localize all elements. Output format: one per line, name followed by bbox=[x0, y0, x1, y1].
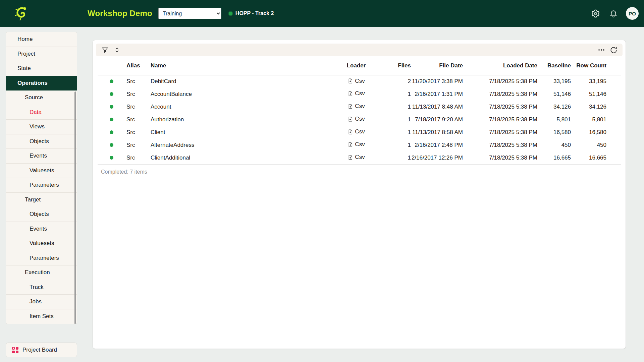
csv-file-icon bbox=[347, 142, 353, 147]
column-header-loader[interactable]: Loader bbox=[328, 56, 385, 75]
sidebar-item-label: State bbox=[17, 65, 31, 72]
row-count-cell: 16,665 bbox=[571, 152, 606, 164]
table-row[interactable]: SrcDebitCardCsv211/20/2017 3:38 PM7/18/2… bbox=[98, 75, 621, 88]
csv-file-icon bbox=[347, 78, 353, 84]
sidebar-item-views[interactable]: Views bbox=[6, 120, 77, 134]
sidebar-item-target[interactable]: Target bbox=[6, 193, 77, 207]
notifications-bell-icon[interactable] bbox=[608, 8, 619, 19]
table-row[interactable]: SrcClientAdditionalCsv12/16/2017 12:26 P… bbox=[98, 152, 621, 164]
sidebar-item-execution[interactable]: Execution bbox=[6, 265, 77, 280]
alias-cell: Src bbox=[120, 113, 151, 126]
sidebar-item-track[interactable]: Track bbox=[6, 280, 77, 295]
row-status-cell bbox=[98, 113, 120, 126]
sidebar-item-state[interactable]: State bbox=[6, 61, 77, 76]
file-date-cell: 2/16/2017 1:31 PM bbox=[411, 88, 463, 101]
csv-file-icon bbox=[347, 104, 353, 109]
file-date-cell: 11/13/2017 8:48 AM bbox=[411, 101, 463, 113]
connection-status: HOPP - Track 2 bbox=[229, 10, 274, 16]
sidebar-item-parameters[interactable]: Parameters bbox=[6, 251, 77, 266]
column-header-file-date[interactable]: File Date bbox=[411, 56, 463, 75]
loader-label: Csv bbox=[355, 141, 365, 148]
project-board-grid-icon bbox=[12, 347, 18, 353]
sidebar-item-item-sets[interactable]: Item Sets bbox=[6, 309, 77, 324]
header-actions: PO bbox=[590, 7, 639, 20]
table-row[interactable]: SrcAlternateAddressCsv12/16/2017 2:48 PM… bbox=[98, 139, 621, 152]
files-cell: 1 bbox=[385, 152, 411, 164]
status-dot-green bbox=[110, 118, 113, 121]
sidebar-item-operations[interactable]: Operations bbox=[6, 76, 77, 91]
files-cell: 1 bbox=[385, 101, 411, 113]
column-header-alias[interactable]: Alias bbox=[120, 56, 151, 75]
sidebar-item-valuesets[interactable]: Valuesets bbox=[6, 164, 77, 178]
user-avatar[interactable]: PO bbox=[626, 7, 639, 20]
filter-icon[interactable] bbox=[100, 45, 110, 55]
sidebar-item-label: Source bbox=[25, 94, 43, 101]
environment-select[interactable]: Training bbox=[158, 8, 221, 19]
table-row[interactable]: SrcClientCsv111/13/2017 8:58 AM7/18/2025… bbox=[98, 126, 621, 139]
sidebar-item-project[interactable]: Project bbox=[6, 47, 77, 62]
baseline-cell: 33,195 bbox=[537, 75, 571, 88]
status-dot-green bbox=[110, 130, 113, 134]
files-cell: 1 bbox=[385, 139, 411, 152]
project-board-button[interactable]: Project Board bbox=[6, 343, 77, 357]
status-dot-green bbox=[110, 105, 113, 109]
sidebar-item-jobs[interactable]: Jobs bbox=[6, 295, 77, 309]
alias-cell: Src bbox=[120, 126, 151, 139]
refresh-icon[interactable] bbox=[608, 45, 619, 55]
name-cell: Client bbox=[151, 126, 328, 139]
sidebar-item-home[interactable]: Home bbox=[6, 32, 77, 47]
file-date-cell: 2/16/2017 2:48 PM bbox=[411, 139, 463, 152]
loaded-date-cell: 7/18/2025 5:38 PM bbox=[463, 113, 537, 126]
column-header-status bbox=[98, 56, 120, 75]
settings-gear-icon[interactable] bbox=[590, 8, 601, 19]
sidebar-item-label: Valuesets bbox=[30, 240, 54, 247]
sidebar-item-label: Operations bbox=[17, 80, 48, 86]
more-options-icon[interactable] bbox=[596, 45, 606, 55]
column-header-loaded-date[interactable]: Loaded Date bbox=[463, 56, 537, 75]
column-header-files[interactable]: Files bbox=[385, 56, 411, 75]
files-cell: 1 bbox=[385, 113, 411, 126]
table-row[interactable]: SrcAccountBalanceCsv12/16/2017 1:31 PM7/… bbox=[98, 88, 621, 101]
loader-label: Csv bbox=[355, 90, 365, 97]
table-row[interactable]: SrcAuthorizationCsv17/18/2017 9:20 AM7/1… bbox=[98, 113, 621, 126]
column-header-name[interactable]: Name bbox=[151, 56, 328, 75]
sidebar-item-label: Home bbox=[17, 36, 33, 43]
alias-cell: Src bbox=[120, 152, 151, 164]
sidebar-item-events[interactable]: Events bbox=[6, 222, 77, 237]
sidebar-item-source[interactable]: Source bbox=[6, 90, 77, 105]
sidebar-item-label: Parameters bbox=[30, 182, 59, 188]
sidebar-scrollbar[interactable] bbox=[74, 92, 76, 324]
column-header-baseline[interactable]: Baseline bbox=[537, 56, 571, 75]
status-dot-green bbox=[110, 92, 113, 96]
loaded-date-cell: 7/18/2025 5:38 PM bbox=[463, 101, 537, 113]
loader-cell: Csv bbox=[328, 152, 385, 164]
status-dot-green bbox=[110, 143, 113, 147]
column-header-pad bbox=[606, 56, 621, 75]
loader-cell: Csv bbox=[328, 113, 385, 126]
loader-label: Csv bbox=[355, 116, 365, 122]
table-body: SrcDebitCardCsv211/20/2017 3:38 PM7/18/2… bbox=[98, 75, 621, 164]
project-board-label: Project Board bbox=[22, 347, 57, 353]
sort-icon[interactable] bbox=[112, 45, 122, 55]
file-date-cell: 7/18/2017 9:20 AM bbox=[411, 113, 463, 126]
connection-status-label: HOPP - Track 2 bbox=[235, 10, 274, 16]
sidebar-item-events[interactable]: Events bbox=[6, 149, 77, 164]
files-cell: 1 bbox=[385, 126, 411, 139]
row-count-cell: 450 bbox=[571, 139, 606, 152]
sidebar-item-valuesets[interactable]: Valuesets bbox=[6, 236, 77, 251]
sidebar-item-data[interactable]: Data bbox=[6, 105, 77, 120]
loader-label: Csv bbox=[355, 78, 365, 84]
sidebar-item-label: Objects bbox=[30, 138, 49, 145]
sidebar-item-objects[interactable]: Objects bbox=[6, 207, 77, 222]
sidebar-item-label: Data bbox=[30, 109, 42, 116]
row-status-cell bbox=[98, 139, 120, 152]
table-row[interactable]: SrcAccountCsv111/13/2017 8:48 AM7/18/202… bbox=[98, 101, 621, 113]
column-header-row-count[interactable]: Row Count bbox=[571, 56, 606, 75]
baseline-cell: 16,665 bbox=[537, 152, 571, 164]
sidebar-item-parameters[interactable]: Parameters bbox=[6, 178, 77, 193]
sidebar-item-objects[interactable]: Objects bbox=[6, 134, 77, 149]
app-header: Workshop Demo Training HOPP - Track 2 PO bbox=[0, 0, 644, 27]
sidebar-item-label: Valuesets bbox=[30, 167, 54, 174]
csv-file-icon bbox=[347, 155, 353, 160]
name-cell: Authorization bbox=[151, 113, 328, 126]
